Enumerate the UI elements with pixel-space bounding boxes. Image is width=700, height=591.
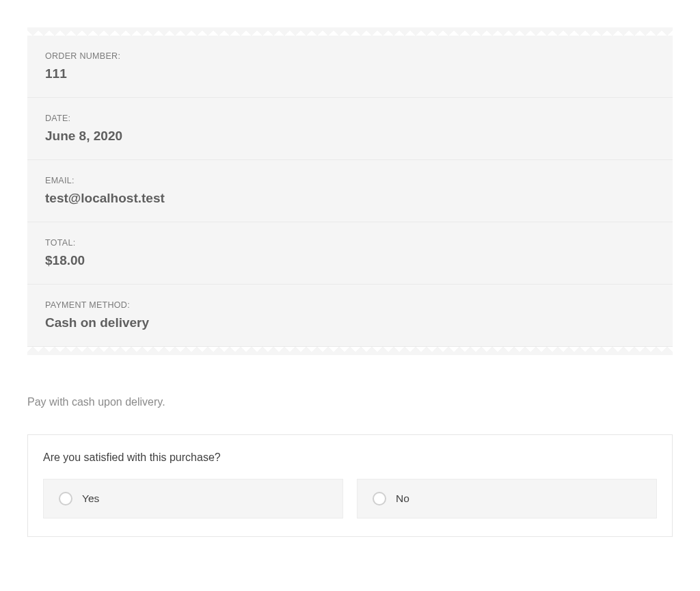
order-number-label: ORDER NUMBER: bbox=[45, 51, 655, 61]
radio-icon bbox=[59, 492, 72, 505]
survey-question: Are you satisfied with this purchase? bbox=[43, 451, 657, 464]
order-payment-method-label: PAYMENT METHOD: bbox=[45, 300, 655, 310]
order-date-label: DATE: bbox=[45, 114, 655, 123]
radio-icon bbox=[373, 492, 386, 505]
order-date-row: DATE: June 8, 2020 bbox=[27, 98, 673, 160]
survey-option-no-label: No bbox=[396, 492, 409, 505]
survey-box: Are you satisfied with this purchase? Ye… bbox=[27, 434, 673, 537]
survey-option-yes[interactable]: Yes bbox=[43, 479, 343, 518]
receipt-edge-bottom bbox=[27, 347, 673, 355]
order-date-value: June 8, 2020 bbox=[45, 129, 655, 144]
payment-note: Pay with cash upon delivery. bbox=[27, 396, 673, 408]
survey-option-no[interactable]: No bbox=[357, 479, 657, 518]
survey-option-yes-label: Yes bbox=[82, 492, 99, 505]
order-email-value: test@localhost.test bbox=[45, 191, 655, 206]
order-payment-method-row: PAYMENT METHOD: Cash on delivery bbox=[27, 285, 673, 347]
order-total-value: $18.00 bbox=[45, 253, 655, 268]
order-number-row: ORDER NUMBER: 111 bbox=[27, 36, 673, 98]
order-total-label: TOTAL: bbox=[45, 238, 655, 248]
order-email-row: EMAIL: test@localhost.test bbox=[27, 160, 673, 222]
order-payment-method-value: Cash on delivery bbox=[45, 315, 655, 330]
survey-options: Yes No bbox=[43, 479, 657, 518]
order-number-value: 111 bbox=[45, 66, 655, 81]
order-email-label: EMAIL: bbox=[45, 176, 655, 185]
receipt-edge-top bbox=[27, 27, 673, 36]
order-receipt: ORDER NUMBER: 111 DATE: June 8, 2020 EMA… bbox=[27, 27, 673, 355]
order-total-row: TOTAL: $18.00 bbox=[27, 222, 673, 285]
